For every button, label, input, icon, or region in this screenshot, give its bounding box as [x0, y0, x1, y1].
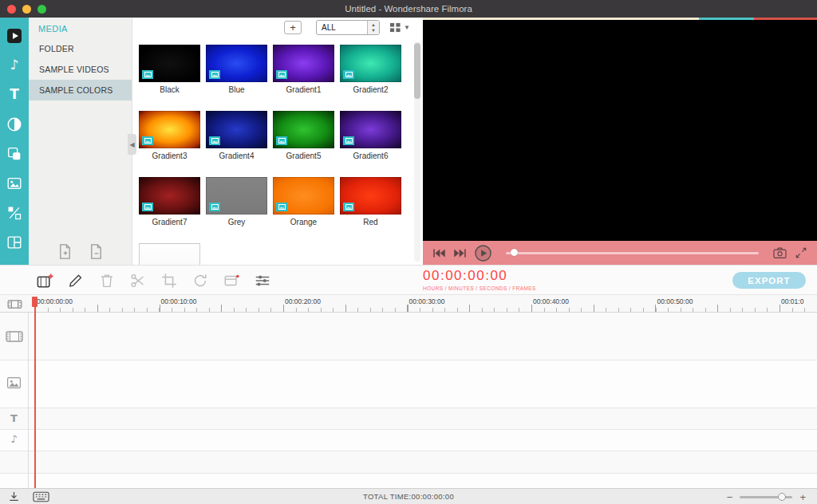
color-media-badge-icon [276, 203, 287, 211]
media-thumbnail[interactable] [273, 177, 334, 215]
crop-icon[interactable] [160, 271, 179, 290]
color-media-badge-icon [276, 70, 287, 79]
media-grid-item[interactable]: Gradient5 [273, 111, 334, 161]
media-thumbnail[interactable] [206, 177, 267, 215]
collapse-panel-handle[interactable]: ◀ [128, 134, 136, 155]
media-grid-item[interactable]: Gradient2 [340, 45, 401, 95]
media-nav-item[interactable]: SAMPLE COLORS [29, 80, 132, 100]
media-thumbnail[interactable] [340, 45, 401, 82]
media-grid: Black Blue Gradient1 Gradient2 Gradient3 [139, 45, 402, 265]
media-nav-item[interactable]: FOLDER [29, 38, 132, 59]
media-grid-item[interactable] [139, 243, 200, 265]
edit-pencil-icon[interactable] [66, 271, 85, 290]
minimize-window-button[interactable] [22, 5, 31, 14]
titlebar[interactable]: Untitled - Wondershare Filmora [0, 0, 817, 18]
seek-slider[interactable] [506, 252, 759, 254]
zoom-out-button[interactable]: − [727, 491, 733, 503]
elements-icon[interactable] [0, 168, 29, 198]
library-scrollbar[interactable] [414, 41, 420, 262]
fullscreen-icon[interactable] [795, 246, 807, 259]
media-item-label: Gradient5 [273, 152, 334, 161]
split-screen-icon[interactable] [0, 198, 29, 227]
text-track[interactable] [0, 408, 817, 430]
zoom-slider[interactable] [740, 496, 792, 498]
media-nav-footer [29, 243, 132, 260]
filmora-window: Untitled - Wondershare Filmora ♪ T [0, 0, 817, 504]
dropdown-stepper-icon: ▲▼ [367, 21, 379, 34]
media-thumbnail[interactable] [139, 243, 200, 265]
audio-mixer-sliders-icon[interactable] [253, 271, 272, 290]
pip-track[interactable] [0, 360, 817, 408]
media-thumbnail[interactable] [273, 45, 334, 82]
rotate-icon[interactable] [191, 271, 210, 290]
add-to-timeline-icon[interactable] [35, 271, 54, 290]
play-button[interactable] [474, 244, 492, 262]
advanced-edit-icon[interactable] [222, 271, 241, 290]
scrollbar-thumb[interactable] [414, 43, 420, 99]
media-item-label: Gradient6 [340, 152, 401, 161]
delete-trash-icon[interactable] [97, 271, 116, 290]
playhead-handle[interactable] [32, 297, 37, 307]
media-grid-item[interactable]: Orange [273, 177, 334, 227]
remove-file-icon[interactable] [89, 243, 104, 260]
extra-track[interactable] [0, 451, 817, 474]
close-window-button[interactable] [7, 5, 16, 14]
color-media-badge-icon [343, 203, 354, 211]
media-thumbnail[interactable] [273, 111, 334, 148]
media-grid-item[interactable]: Gradient7 [139, 177, 200, 227]
media-nav-item-label: SAMPLE COLORS [39, 85, 112, 95]
previous-frame-button[interactable] [432, 248, 446, 258]
seek-slider-handle[interactable] [511, 249, 518, 256]
color-media-badge-icon [142, 136, 153, 145]
text-icon[interactable]: T [0, 80, 29, 109]
view-mode-button[interactable]: ▼ [389, 22, 410, 33]
media-grid-item[interactable]: Grey [206, 177, 267, 227]
transitions-icon[interactable] [0, 109, 29, 139]
media-thumbnail[interactable] [206, 45, 267, 82]
import-file-icon[interactable] [57, 243, 73, 260]
media-grid-item[interactable]: Red [340, 177, 401, 227]
ruler-label: 00:00:10:00 [161, 297, 197, 305]
media-item-label: Orange [273, 218, 334, 227]
window-controls [7, 5, 46, 14]
music-track-icon: ♪ [0, 434, 28, 444]
media-thumbnail[interactable] [139, 45, 200, 82]
split-scissors-icon[interactable] [128, 271, 148, 290]
media-grid-item[interactable]: Gradient4 [206, 111, 267, 161]
next-frame-button[interactable] [453, 248, 467, 258]
timeline-ruler[interactable]: 00:00:00:0000:00:10:0000:00:20:0000:00:3… [0, 295, 817, 313]
zoom-window-button[interactable] [37, 5, 46, 14]
media-item-label: Gradient3 [139, 152, 200, 161]
video-track[interactable] [0, 313, 817, 360]
overlay-icon[interactable] [0, 139, 29, 168]
media-library-icon[interactable] [0, 21, 29, 50]
export-button[interactable]: EXPORT [732, 272, 806, 289]
music-icon[interactable]: ♪ [0, 50, 29, 80]
media-thumbnail[interactable] [340, 111, 401, 148]
playhead-line[interactable] [34, 297, 36, 488]
media-grid-item[interactable]: Gradient6 [340, 111, 401, 161]
media-grid-item[interactable]: Blue [206, 45, 267, 95]
media-thumbnail[interactable] [139, 111, 200, 148]
zoom-in-button[interactable]: + [799, 491, 806, 503]
layout-icon[interactable] [0, 227, 29, 257]
media-grid-item[interactable]: Gradient3 [139, 111, 200, 161]
add-media-button[interactable]: + [284, 21, 302, 34]
media-grid-item[interactable]: Black [139, 45, 200, 95]
media-thumbnail[interactable] [206, 111, 267, 148]
snapshot-camera-icon[interactable] [772, 246, 787, 259]
media-thumbnail[interactable] [139, 177, 200, 215]
zoom-slider-handle[interactable] [778, 493, 786, 501]
music-track[interactable] [0, 430, 817, 451]
media-thumbnail[interactable] [340, 177, 401, 215]
color-media-badge-icon [209, 203, 220, 211]
media-grid-item[interactable]: Gradient1 [273, 45, 334, 95]
track-manager-icon[interactable] [7, 299, 22, 309]
left-toolbar: ♪ T [0, 18, 29, 265]
media-nav-item[interactable]: SAMPLE VIDEOS [29, 59, 132, 80]
filter-dropdown[interactable]: ALL ▲▼ [316, 20, 380, 35]
color-media-badge-icon [343, 136, 354, 145]
timeline-tracks[interactable]: T ♪ [0, 313, 817, 488]
media-item-label: Blue [206, 85, 267, 95]
chevron-down-icon: ▼ [404, 24, 410, 31]
